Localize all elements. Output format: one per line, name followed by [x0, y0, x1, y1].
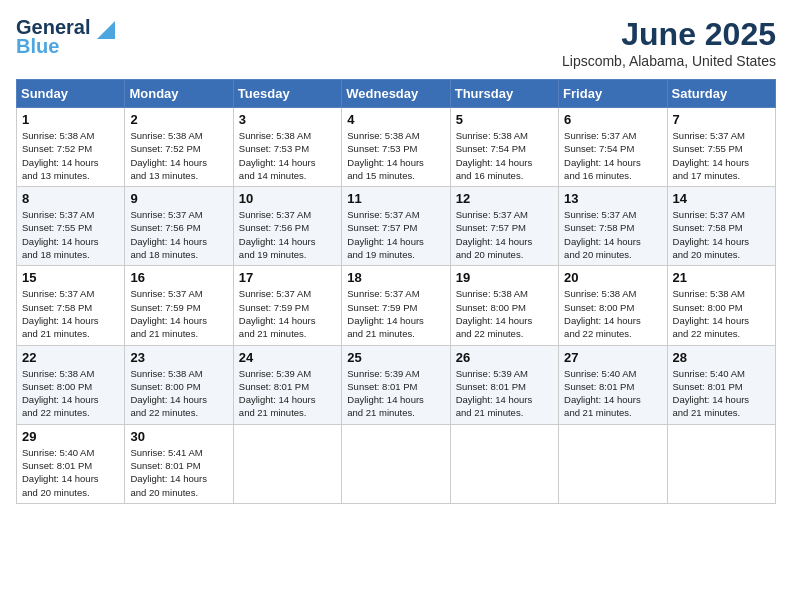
calendar-cell: 25Sunrise: 5:39 AM Sunset: 8:01 PM Dayli… [342, 345, 450, 424]
weekday-header-row: SundayMondayTuesdayWednesdayThursdayFrid… [17, 80, 776, 108]
weekday-header: Sunday [17, 80, 125, 108]
calendar-cell [233, 424, 341, 503]
day-number: 19 [456, 270, 553, 285]
calendar-cell: 22Sunrise: 5:38 AM Sunset: 8:00 PM Dayli… [17, 345, 125, 424]
day-number: 20 [564, 270, 661, 285]
weekday-header: Wednesday [342, 80, 450, 108]
month-title: June 2025 [562, 16, 776, 53]
day-number: 13 [564, 191, 661, 206]
calendar-cell [342, 424, 450, 503]
page-header: General Blue June 2025 Lipscomb, Alabama… [16, 16, 776, 69]
day-info: Sunrise: 5:38 AM Sunset: 7:53 PM Dayligh… [347, 129, 444, 182]
calendar-cell: 29Sunrise: 5:40 AM Sunset: 8:01 PM Dayli… [17, 424, 125, 503]
day-info: Sunrise: 5:38 AM Sunset: 8:00 PM Dayligh… [456, 287, 553, 340]
calendar-cell: 10Sunrise: 5:37 AM Sunset: 7:56 PM Dayli… [233, 187, 341, 266]
day-number: 4 [347, 112, 444, 127]
day-info: Sunrise: 5:39 AM Sunset: 8:01 PM Dayligh… [456, 367, 553, 420]
day-number: 15 [22, 270, 119, 285]
calendar-cell: 24Sunrise: 5:39 AM Sunset: 8:01 PM Dayli… [233, 345, 341, 424]
calendar-cell: 17Sunrise: 5:37 AM Sunset: 7:59 PM Dayli… [233, 266, 341, 345]
calendar-cell [559, 424, 667, 503]
day-number: 18 [347, 270, 444, 285]
logo: General Blue [16, 16, 115, 58]
day-info: Sunrise: 5:38 AM Sunset: 7:54 PM Dayligh… [456, 129, 553, 182]
calendar-cell [450, 424, 558, 503]
day-info: Sunrise: 5:39 AM Sunset: 8:01 PM Dayligh… [347, 367, 444, 420]
title-block: June 2025 Lipscomb, Alabama, United Stat… [562, 16, 776, 69]
calendar-cell: 26Sunrise: 5:39 AM Sunset: 8:01 PM Dayli… [450, 345, 558, 424]
calendar-cell: 15Sunrise: 5:37 AM Sunset: 7:58 PM Dayli… [17, 266, 125, 345]
day-number: 28 [673, 350, 770, 365]
day-info: Sunrise: 5:37 AM Sunset: 7:57 PM Dayligh… [347, 208, 444, 261]
day-info: Sunrise: 5:41 AM Sunset: 8:01 PM Dayligh… [130, 446, 227, 499]
svg-marker-0 [97, 21, 115, 39]
day-info: Sunrise: 5:37 AM Sunset: 7:56 PM Dayligh… [130, 208, 227, 261]
calendar-cell: 2Sunrise: 5:38 AM Sunset: 7:52 PM Daylig… [125, 108, 233, 187]
day-number: 3 [239, 112, 336, 127]
day-number: 26 [456, 350, 553, 365]
calendar-week-row: 22Sunrise: 5:38 AM Sunset: 8:00 PM Dayli… [17, 345, 776, 424]
day-number: 30 [130, 429, 227, 444]
day-info: Sunrise: 5:37 AM Sunset: 7:55 PM Dayligh… [22, 208, 119, 261]
day-info: Sunrise: 5:37 AM Sunset: 7:58 PM Dayligh… [564, 208, 661, 261]
calendar-cell: 27Sunrise: 5:40 AM Sunset: 8:01 PM Dayli… [559, 345, 667, 424]
calendar-cell: 12Sunrise: 5:37 AM Sunset: 7:57 PM Dayli… [450, 187, 558, 266]
day-number: 23 [130, 350, 227, 365]
day-info: Sunrise: 5:39 AM Sunset: 8:01 PM Dayligh… [239, 367, 336, 420]
day-info: Sunrise: 5:37 AM Sunset: 7:58 PM Dayligh… [673, 208, 770, 261]
calendar-cell: 5Sunrise: 5:38 AM Sunset: 7:54 PM Daylig… [450, 108, 558, 187]
day-info: Sunrise: 5:37 AM Sunset: 7:54 PM Dayligh… [564, 129, 661, 182]
calendar-cell: 14Sunrise: 5:37 AM Sunset: 7:58 PM Dayli… [667, 187, 775, 266]
calendar-cell: 6Sunrise: 5:37 AM Sunset: 7:54 PM Daylig… [559, 108, 667, 187]
logo-general: General [16, 16, 90, 38]
day-number: 11 [347, 191, 444, 206]
day-info: Sunrise: 5:37 AM Sunset: 7:59 PM Dayligh… [239, 287, 336, 340]
day-info: Sunrise: 5:38 AM Sunset: 7:52 PM Dayligh… [22, 129, 119, 182]
day-info: Sunrise: 5:37 AM Sunset: 7:57 PM Dayligh… [456, 208, 553, 261]
calendar-cell: 11Sunrise: 5:37 AM Sunset: 7:57 PM Dayli… [342, 187, 450, 266]
day-number: 6 [564, 112, 661, 127]
day-info: Sunrise: 5:38 AM Sunset: 7:53 PM Dayligh… [239, 129, 336, 182]
calendar-cell: 9Sunrise: 5:37 AM Sunset: 7:56 PM Daylig… [125, 187, 233, 266]
calendar-week-row: 15Sunrise: 5:37 AM Sunset: 7:58 PM Dayli… [17, 266, 776, 345]
calendar-table: SundayMondayTuesdayWednesdayThursdayFrid… [16, 79, 776, 504]
day-info: Sunrise: 5:37 AM Sunset: 7:56 PM Dayligh… [239, 208, 336, 261]
day-info: Sunrise: 5:37 AM Sunset: 7:55 PM Dayligh… [673, 129, 770, 182]
calendar-cell: 7Sunrise: 5:37 AM Sunset: 7:55 PM Daylig… [667, 108, 775, 187]
calendar-cell: 8Sunrise: 5:37 AM Sunset: 7:55 PM Daylig… [17, 187, 125, 266]
calendar-cell: 21Sunrise: 5:38 AM Sunset: 8:00 PM Dayli… [667, 266, 775, 345]
day-info: Sunrise: 5:38 AM Sunset: 8:00 PM Dayligh… [673, 287, 770, 340]
day-info: Sunrise: 5:38 AM Sunset: 8:00 PM Dayligh… [564, 287, 661, 340]
calendar-cell: 13Sunrise: 5:37 AM Sunset: 7:58 PM Dayli… [559, 187, 667, 266]
day-info: Sunrise: 5:38 AM Sunset: 8:00 PM Dayligh… [22, 367, 119, 420]
day-number: 17 [239, 270, 336, 285]
calendar-week-row: 1Sunrise: 5:38 AM Sunset: 7:52 PM Daylig… [17, 108, 776, 187]
calendar-cell: 19Sunrise: 5:38 AM Sunset: 8:00 PM Dayli… [450, 266, 558, 345]
calendar-week-row: 8Sunrise: 5:37 AM Sunset: 7:55 PM Daylig… [17, 187, 776, 266]
calendar-cell: 4Sunrise: 5:38 AM Sunset: 7:53 PM Daylig… [342, 108, 450, 187]
day-info: Sunrise: 5:40 AM Sunset: 8:01 PM Dayligh… [673, 367, 770, 420]
day-number: 2 [130, 112, 227, 127]
day-number: 25 [347, 350, 444, 365]
location: Lipscomb, Alabama, United States [562, 53, 776, 69]
weekday-header: Tuesday [233, 80, 341, 108]
day-info: Sunrise: 5:37 AM Sunset: 7:59 PM Dayligh… [347, 287, 444, 340]
day-number: 1 [22, 112, 119, 127]
day-info: Sunrise: 5:40 AM Sunset: 8:01 PM Dayligh… [564, 367, 661, 420]
day-number: 27 [564, 350, 661, 365]
weekday-header: Monday [125, 80, 233, 108]
day-number: 16 [130, 270, 227, 285]
day-number: 24 [239, 350, 336, 365]
calendar-cell: 30Sunrise: 5:41 AM Sunset: 8:01 PM Dayli… [125, 424, 233, 503]
calendar-cell: 28Sunrise: 5:40 AM Sunset: 8:01 PM Dayli… [667, 345, 775, 424]
day-number: 29 [22, 429, 119, 444]
calendar-cell: 3Sunrise: 5:38 AM Sunset: 7:53 PM Daylig… [233, 108, 341, 187]
day-number: 12 [456, 191, 553, 206]
calendar-cell: 20Sunrise: 5:38 AM Sunset: 8:00 PM Dayli… [559, 266, 667, 345]
day-info: Sunrise: 5:37 AM Sunset: 7:59 PM Dayligh… [130, 287, 227, 340]
day-number: 21 [673, 270, 770, 285]
day-info: Sunrise: 5:40 AM Sunset: 8:01 PM Dayligh… [22, 446, 119, 499]
calendar-week-row: 29Sunrise: 5:40 AM Sunset: 8:01 PM Dayli… [17, 424, 776, 503]
day-number: 14 [673, 191, 770, 206]
day-number: 8 [22, 191, 119, 206]
